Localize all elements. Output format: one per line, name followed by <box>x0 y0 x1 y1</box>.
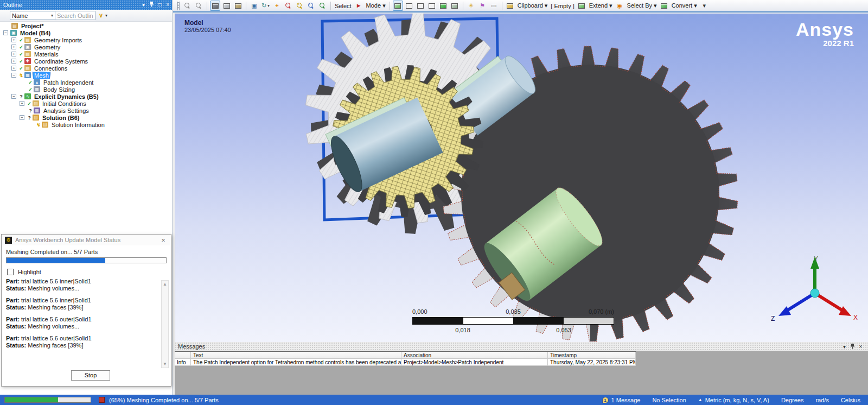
tree-item-explicit-dynamics-b5[interactable]: −?∿Explicit Dynamics (B5) <box>0 93 172 100</box>
tree-item-model-b4[interactable]: −▣Model (B4) <box>0 29 172 36</box>
filter-face-icon[interactable] <box>427 1 437 11</box>
search-outline-input[interactable] <box>55 11 95 20</box>
tree-item-label: Solution (B6) <box>41 115 80 121</box>
messages-pin-icon[interactable] <box>848 343 857 350</box>
tree-item-connections[interactable]: +✓▤Connections <box>0 65 172 72</box>
expand-icon[interactable]: + <box>11 37 16 42</box>
triad-axes[interactable]: YXZ <box>771 255 858 322</box>
collapse-icon[interactable]: − <box>3 30 8 35</box>
tree-item-patch-independent[interactable]: ✓▴Patch Independent <box>0 79 172 86</box>
select-by-dropdown[interactable]: Select By ▾ <box>627 2 657 9</box>
select-by-icon[interactable]: ◉ <box>615 1 625 11</box>
tree-item-label: Initial Conditions <box>41 100 87 107</box>
tree-item-initial-conditions[interactable]: +✓▤Initial Conditions <box>0 100 172 107</box>
messages-close-icon[interactable]: × <box>857 344 865 350</box>
zoom-undo-icon[interactable] <box>182 1 193 11</box>
zoom-in-icon[interactable]: + <box>295 1 305 11</box>
name-filter-value: Name <box>12 12 28 19</box>
message-row[interactable]: InfoThe Patch Independent option for Tet… <box>175 359 636 366</box>
zoom-out-icon[interactable]: − <box>283 1 293 11</box>
column-header-association[interactable]: Association <box>401 352 548 359</box>
flag-annotation-icon[interactable]: ⚑ <box>477 1 488 11</box>
filter-body-icon[interactable] <box>438 1 449 11</box>
statusbar-selection[interactable]: No Selection <box>652 397 686 403</box>
tree-item-body-sizing[interactable]: ✓▦Body Sizing <box>0 86 172 93</box>
highlight-checkbox[interactable] <box>7 269 14 275</box>
expand-icon[interactable]: + <box>11 52 16 56</box>
convert-dropdown[interactable]: Convert ▾ <box>672 2 697 9</box>
zoom-redo-icon[interactable] <box>194 1 204 11</box>
tree-item-geometry[interactable]: +✓▣Geometry <box>0 43 172 50</box>
shaded-exterior-icon[interactable] <box>210 1 220 11</box>
wireframe-view-icon[interactable] <box>221 1 232 11</box>
maximize-icon[interactable]: □ <box>156 1 164 9</box>
extend-dropdown[interactable]: Extend ▾ <box>589 2 612 9</box>
select-label[interactable]: Select <box>335 3 352 9</box>
mode-dropdown[interactable]: Mode ▾ <box>366 2 386 9</box>
filter-multi-icon[interactable] <box>450 1 460 11</box>
messages-menu-caret-icon[interactable]: ▾ <box>840 344 848 350</box>
expand-search-chevron-icon[interactable]: ∨ <box>99 12 103 19</box>
filter-vertex-icon[interactable] <box>404 1 414 11</box>
statusbar-angular-velocity-unit[interactable]: rad/s <box>815 397 828 403</box>
select-mode-cursor-icon[interactable]: ► <box>354 1 364 11</box>
outline-options-caret-icon[interactable]: ▾ <box>105 13 107 18</box>
scroll-down-icon[interactable]: ▼ <box>162 362 168 366</box>
section-plane-icon[interactable] <box>233 1 243 11</box>
box-zoom-icon[interactable]: ▫ <box>306 1 316 11</box>
toolbar-overflow-caret-icon[interactable]: ▾ <box>699 1 710 11</box>
tree-item-materials[interactable]: +✓▤Materials <box>0 50 172 58</box>
question-mark-icon: ? <box>18 94 24 99</box>
comment-icon[interactable]: ▭ <box>489 1 499 11</box>
rotate-icon[interactable]: ↻▾ <box>260 1 271 11</box>
severity-column-header[interactable] <box>175 352 191 359</box>
expand-icon[interactable]: + <box>20 101 24 106</box>
pan-icon[interactable]: + <box>272 1 282 11</box>
tree-item-analysis-settings[interactable]: ?▦Analysis Settings <box>0 107 172 114</box>
viewports-icon[interactable]: ▣ <box>249 1 259 11</box>
statusbar-angle-unit[interactable]: Degrees <box>781 397 804 403</box>
clipboard-empty-state[interactable]: [ Empty ] <box>551 3 574 9</box>
stop-button[interactable]: Stop <box>71 370 110 381</box>
column-header-text[interactable]: Text <box>191 352 401 359</box>
triad-x-label: X <box>853 314 858 321</box>
pin-icon[interactable] <box>148 1 156 9</box>
tree-item-coordinate-systems[interactable]: +✓✚Coordinate Systems <box>0 58 172 65</box>
toolbar-grip[interactable] <box>177 2 180 10</box>
panel-menu-caret-icon[interactable]: ▾ <box>139 1 148 9</box>
filter-select-icon[interactable] <box>393 1 403 11</box>
statusbar-stop-icon[interactable] <box>99 397 105 403</box>
scroll-up-icon[interactable]: ▲ <box>162 282 168 287</box>
clipboard-icon[interactable] <box>505 1 515 11</box>
magic-wand-icon[interactable]: ✳ <box>466 1 476 11</box>
zoom-fit-icon[interactable]: ◦ <box>317 1 328 11</box>
close-panel-icon[interactable]: × <box>164 1 172 9</box>
statusbar-units[interactable]: ▲ Metric (m, kg, N, s, V, A) <box>698 397 769 403</box>
tree-item-geometry-imports[interactable]: +✓▤Geometry Imports <box>0 36 172 43</box>
statusbar-temperature-unit[interactable]: Celsius <box>841 397 860 403</box>
dialog-close-icon[interactable]: × <box>159 236 168 244</box>
tree-item-solution-b6[interactable]: −?▤Solution (B6) <box>0 114 172 121</box>
tree-item-solution-information[interactable]: ↯▤Solution Information <box>0 121 172 128</box>
expand-icon[interactable]: + <box>11 45 16 49</box>
meshing-status-entry: Part: trial lattice 5.6 outer|Solid1Stat… <box>6 316 154 330</box>
expand-icon[interactable]: + <box>11 66 16 71</box>
name-filter-dropdown[interactable]: Name ▾ <box>10 11 55 20</box>
convert-icon[interactable] <box>659 1 669 11</box>
statusbar-messages[interactable]: 1 1 Message <box>602 397 641 403</box>
dialog-scrollbar[interactable]: ▲ ▼ <box>161 280 169 368</box>
expand-icon[interactable]: + <box>11 59 16 64</box>
dialog-titlebar[interactable]: ⚙ Ansys Workbench Update Model Status × <box>2 235 171 245</box>
collapse-icon[interactable]: − <box>11 73 16 78</box>
ruler-tick-label: 0,000 <box>412 308 427 315</box>
filter-edge-icon[interactable] <box>416 1 426 11</box>
extend-icon[interactable] <box>577 1 587 11</box>
clipboard-dropdown[interactable]: Clipboard ▾ <box>518 2 548 9</box>
tree-item-mesh[interactable]: −↯▦Mesh <box>0 72 172 79</box>
column-header-timestamp[interactable]: Timestamp <box>548 352 636 359</box>
geometry-viewport[interactable]: Model 23/05/2025 07:40 Ansys 2022 R1 0,0… <box>175 14 868 343</box>
orientation-triad[interactable]: YXZ <box>758 252 861 337</box>
tree-item-project[interactable]: ▤Project* <box>0 22 172 29</box>
collapse-icon[interactable]: − <box>11 94 16 99</box>
collapse-icon[interactable]: − <box>20 115 24 120</box>
